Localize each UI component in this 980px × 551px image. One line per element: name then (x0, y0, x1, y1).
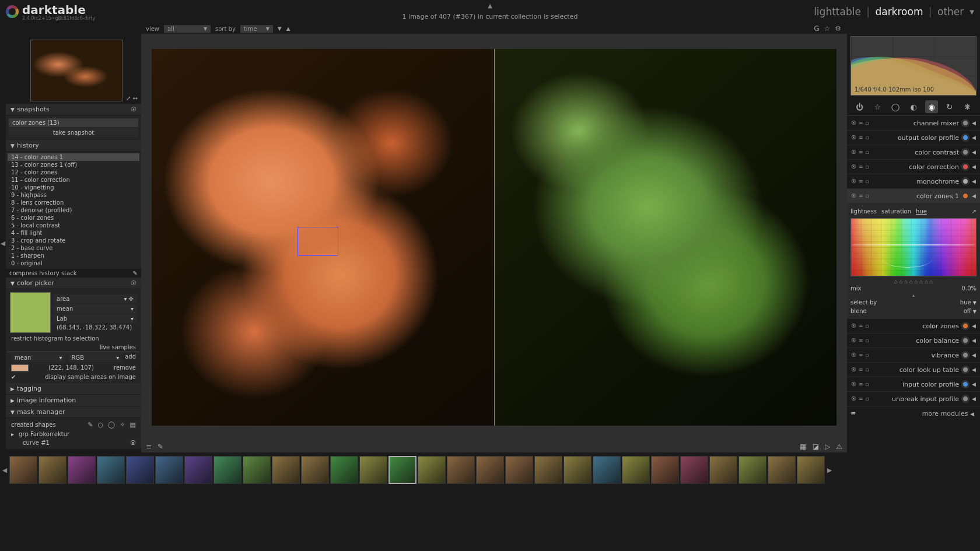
brush-icon[interactable]: ✎ (88, 421, 93, 429)
view-darkroom[interactable]: darkroom (875, 6, 923, 17)
fit-icon[interactable]: ⤢ (126, 95, 131, 101)
sample-stat-dropdown[interactable]: mean▾ (11, 353, 66, 362)
view-other[interactable]: other (937, 6, 964, 17)
filmstrip-thumb[interactable] (564, 456, 592, 484)
history-item[interactable]: 11 - color correction (8, 176, 139, 184)
history-item[interactable]: 12 - color zones (8, 169, 139, 176)
module-reset-icon[interactable]: ▫ (866, 149, 869, 155)
history-header[interactable]: ▼history (6, 140, 141, 152)
history-item[interactable]: 1 - sharpen (8, 252, 139, 259)
module-row[interactable]: ⦿≡▫output color profile◀ (847, 131, 980, 145)
filmstrip-thumb[interactable] (709, 456, 737, 484)
take-snapshot-button[interactable]: take snapshot (9, 128, 138, 137)
filmstrip-thumb[interactable] (593, 456, 621, 484)
module-power-icon[interactable]: ⦿ (851, 323, 856, 329)
module-row[interactable]: ⦿≡▫vibrance◀ (847, 348, 980, 363)
gradient-icon[interactable]: ▤ (130, 421, 136, 429)
module-multi-icon[interactable]: ≡ (859, 164, 863, 170)
expand-group-icon[interactable]: ▸ (11, 431, 14, 437)
other-dropdown-icon[interactable]: ▼ (970, 9, 974, 15)
more-modules-button[interactable]: more modules (922, 410, 968, 417)
presets-menu-icon[interactable]: ≡ (850, 410, 856, 417)
module-multi-icon[interactable]: ≡ (859, 396, 863, 402)
history-item[interactable]: 14 - color zones 1 (8, 153, 139, 161)
tab-favorites-icon[interactable]: ☆ (871, 100, 884, 113)
history-item[interactable]: 6 - color zones (8, 214, 139, 222)
cz-tab-saturation[interactable]: saturation (881, 208, 911, 215)
sort-dropdown[interactable]: time▼ (240, 25, 273, 33)
module-expand-icon[interactable]: ◀ (972, 396, 976, 402)
snapshot-divider[interactable] (494, 49, 495, 426)
tab-color-icon[interactable]: ◉ (925, 100, 938, 113)
selectby-dropdown[interactable]: hue ▼ (960, 299, 977, 306)
filmstrip-thumb[interactable] (243, 456, 271, 484)
filmstrip-thumb[interactable] (214, 456, 242, 484)
module-multi-icon[interactable]: ≡ (859, 381, 863, 387)
styles-shortcut-icon[interactable]: ✎ (158, 443, 163, 451)
filmstrip-thumb[interactable] (388, 456, 416, 484)
styles-icon[interactable]: ✎ (133, 270, 138, 276)
module-reset-icon[interactable]: ▫ (866, 396, 869, 402)
module-power-icon[interactable]: ⦿ (851, 381, 856, 387)
module-row[interactable]: ⦿≡▫color look up table◀ (847, 363, 980, 377)
maskmgr-header[interactable]: ▼mask manager (6, 406, 141, 418)
colorzones-curve-editor[interactable] (850, 218, 977, 276)
tab-active-icon[interactable]: ⏻ (853, 100, 866, 113)
module-multi-icon[interactable]: ≡ (859, 352, 863, 358)
filmstrip-thumb[interactable] (651, 456, 679, 484)
module-row[interactable]: ⦿≡▫monochrome◀ (847, 174, 980, 189)
module-expand-icon[interactable]: ◀ (972, 323, 976, 329)
circle-icon[interactable]: ○ (97, 421, 103, 429)
module-reset-icon[interactable]: ▫ (866, 135, 869, 141)
module-reset-icon[interactable]: ▫ (866, 178, 869, 184)
navigation-thumbnail[interactable] (30, 40, 123, 101)
module-expand-icon[interactable]: ◀ (972, 352, 976, 358)
module-reset-icon[interactable]: ▫ (866, 323, 869, 329)
cz-tab-hue[interactable]: hue (916, 208, 927, 215)
zoom-icon[interactable]: ↔ (133, 95, 138, 101)
filmstrip-thumb[interactable] (97, 456, 125, 484)
module-expand-icon[interactable]: ◀ (972, 135, 976, 141)
cz-picker-icon[interactable]: ↗ (972, 208, 977, 215)
gear-icon[interactable]: ⦿ (131, 106, 136, 113)
filmstrip-thumb[interactable] (797, 456, 825, 484)
gamut-icon[interactable]: ▷ (825, 443, 830, 451)
overexposed-icon[interactable]: ⚠ (836, 443, 842, 451)
filmstrip-thumb[interactable] (38, 456, 66, 484)
module-expand-icon[interactable]: ◀ (972, 178, 976, 184)
sort-asc-icon[interactable]: ▼ (278, 26, 282, 31)
picker-stat-dropdown[interactable]: mean▾ (53, 304, 137, 313)
color-assess-icon[interactable]: ▦ (800, 443, 806, 451)
tagging-header[interactable]: ▶tagging (6, 383, 141, 395)
compress-history-button[interactable]: compress history stack (9, 270, 76, 276)
history-item[interactable]: 5 - local contrast (8, 222, 139, 229)
filmstrip-thumb[interactable] (738, 456, 766, 484)
history-item[interactable]: 10 - vignetting (8, 184, 139, 191)
gear-icon[interactable]: ⦿ (130, 440, 136, 446)
module-row[interactable]: ⦿≡▫channel mixer◀ (847, 116, 980, 131)
path-icon[interactable]: ✧ (120, 421, 125, 429)
cz-tab-lightness[interactable]: lightness (850, 208, 877, 215)
sort-desc-icon[interactable]: ▲ (286, 26, 290, 31)
module-reset-icon[interactable]: ▫ (866, 338, 869, 343)
module-multi-icon[interactable]: ≡ (859, 178, 863, 184)
history-item[interactable]: 13 - color zones 1 (off) (8, 161, 139, 169)
view-dropdown[interactable]: all▼ (164, 25, 211, 33)
module-power-icon[interactable]: ⦿ (851, 338, 856, 343)
tab-tone-icon[interactable]: ◐ (907, 100, 920, 113)
module-row[interactable]: ⦿≡▫color correction◀ (847, 160, 980, 174)
filmstrip-next-icon[interactable]: ▶ (826, 466, 833, 474)
filmstrip-thumb[interactable] (126, 456, 154, 484)
remove-sample-button[interactable]: remove (114, 364, 136, 371)
module-row[interactable]: ⦿≡▫color zones 1◀ (847, 189, 980, 203)
module-multi-icon[interactable]: ≡ (859, 149, 863, 155)
colorpicker-header[interactable]: ▼color picker⦿ (6, 278, 141, 289)
group-icon[interactable]: G (814, 24, 819, 33)
filmstrip-thumb[interactable] (768, 456, 796, 484)
module-expand-icon[interactable]: ◀ (972, 381, 976, 387)
module-reset-icon[interactable]: ▫ (866, 120, 869, 126)
module-multi-icon[interactable]: ≡ (859, 120, 863, 126)
filmstrip-thumb[interactable] (534, 456, 562, 484)
module-power-icon[interactable]: ⦿ (851, 149, 856, 155)
history-item[interactable]: 7 - denoise (profiled) (8, 206, 139, 214)
